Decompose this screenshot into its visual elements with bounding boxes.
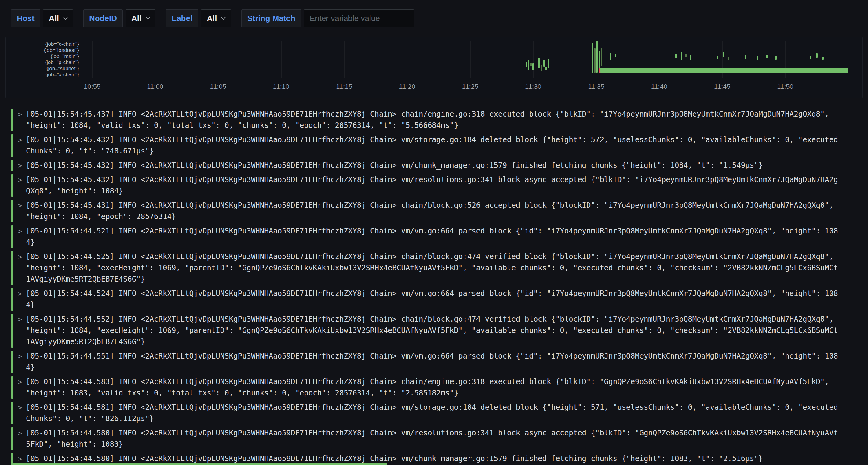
expand-chevron-icon[interactable]: > xyxy=(18,351,26,373)
log-text: [05-01|15:54:45.432] INFO <2AcRkXTLLtQjv… xyxy=(26,174,838,197)
time-tick-label: 11:20 xyxy=(399,83,415,91)
log-row[interactable]: >[05-01|15:54:44.583] INFO <2AcRkXTLLtQj… xyxy=(11,375,857,399)
volume-mark xyxy=(690,55,691,60)
expand-chevron-icon[interactable]: > xyxy=(18,428,26,450)
log-row[interactable]: >[05-01|15:54:45.432] INFO <2AcRkXTLLtQj… xyxy=(11,159,857,172)
log-level-bar xyxy=(11,134,13,157)
string-match-filter: String Match xyxy=(241,9,413,27)
log-text: [05-01|15:54:44.580] INFO <2AcRkXTLLtQjv… xyxy=(26,453,838,464)
legend-item[interactable]: {job="main"} xyxy=(8,54,79,60)
nodeid-filter-value: All xyxy=(131,14,142,23)
time-axis: 10:5511:0011:0511:1011:1511:2011:2511:30… xyxy=(85,83,854,92)
log-row[interactable]: >[05-01|15:54:44.580] INFO <2AcRkXTLLtQj… xyxy=(11,427,857,451)
volume-band xyxy=(600,68,848,73)
volume-mark xyxy=(530,63,532,66)
volume-mark xyxy=(526,62,527,67)
log-list: >[05-01|15:54:45.437] INFO <2AcRkXTLLtQj… xyxy=(11,108,857,465)
time-tick-label: 11:30 xyxy=(525,83,541,91)
volume-mark xyxy=(757,56,758,60)
volume-mark xyxy=(717,56,718,59)
label-filter-value: All xyxy=(207,14,217,23)
volume-mark xyxy=(822,57,824,60)
volume-mark xyxy=(546,67,547,70)
log-text: [05-01|15:54:44.581] INFO <2AcRkXTLLtQjv… xyxy=(26,402,838,424)
volume-mark xyxy=(610,53,612,60)
host-filter-value: All xyxy=(49,14,59,23)
nodeid-filter-select[interactable]: All xyxy=(126,9,155,27)
volume-mark xyxy=(548,59,550,68)
log-row[interactable]: >[05-01|15:54:44.525] INFO <2AcRkXTLLtQj… xyxy=(11,251,857,286)
chevron-down-icon xyxy=(63,14,68,20)
label-filter-label: Label xyxy=(166,9,198,27)
host-filter-select[interactable]: All xyxy=(43,9,73,27)
volume-plot[interactable] xyxy=(85,41,854,75)
volume-mark xyxy=(810,56,811,59)
time-tick-label: 11:00 xyxy=(147,83,163,91)
gridline xyxy=(281,41,282,78)
log-text: [05-01|15:54:45.432] INFO <2AcRkXTLLtQjv… xyxy=(26,134,838,157)
time-tick-label: 11:05 xyxy=(210,83,226,91)
log-text: [05-01|15:54:44.524] INFO <2AcRkXTLLtQjv… xyxy=(26,288,838,310)
time-tick-label: 11:25 xyxy=(462,83,478,91)
volume-mark xyxy=(543,60,545,67)
expand-chevron-icon[interactable]: > xyxy=(18,174,26,197)
log-row[interactable]: >[05-01|15:54:45.432] INFO <2AcRkXTLLtQj… xyxy=(11,174,857,197)
time-tick-label: 11:45 xyxy=(714,83,730,91)
volume-mark xyxy=(675,54,677,58)
expand-chevron-icon[interactable]: > xyxy=(18,453,26,464)
log-level-bar xyxy=(11,174,13,197)
volume-mark xyxy=(775,56,777,60)
gridline xyxy=(407,41,407,78)
volume-mark xyxy=(766,55,768,58)
volume-mark xyxy=(601,47,602,66)
log-level-bar xyxy=(11,314,13,347)
variable-filter-bar: Host All NodeID All Label All String Mat… xyxy=(0,0,868,37)
log-level-bar xyxy=(11,351,13,373)
volume-mark xyxy=(745,55,746,59)
legend-item[interactable]: {job="c-chain"} xyxy=(8,41,79,47)
expand-chevron-icon[interactable]: > xyxy=(18,200,26,223)
log-text: [05-01|15:54:44.552] INFO <2AcRkXTLLtQjv… xyxy=(26,314,838,347)
log-text: [05-01|15:54:44.521] INFO <2AcRkXTLLtQjv… xyxy=(26,226,838,248)
expand-chevron-icon[interactable]: > xyxy=(18,314,26,347)
expand-chevron-icon[interactable]: > xyxy=(18,109,26,131)
log-row[interactable]: >[05-01|15:54:44.521] INFO <2AcRkXTLLtQj… xyxy=(11,225,857,249)
volume-mark xyxy=(727,57,729,60)
log-text: [05-01|15:54:44.551] INFO <2AcRkXTLLtQjv… xyxy=(26,351,838,373)
log-level-bar xyxy=(11,251,13,285)
expand-chevron-icon[interactable]: > xyxy=(18,160,26,171)
legend-item[interactable]: {job="p-chain"} xyxy=(8,60,79,66)
expand-chevron-icon[interactable]: > xyxy=(18,402,26,424)
label-filter-select[interactable]: All xyxy=(201,9,231,27)
log-row[interactable]: >[05-01|15:54:45.432] INFO <2AcRkXTLLtQj… xyxy=(11,134,857,158)
partial-log-row xyxy=(11,463,387,465)
log-level-bar xyxy=(11,428,13,450)
expand-chevron-icon[interactable]: > xyxy=(18,376,26,399)
chevron-down-icon xyxy=(146,14,151,20)
log-row[interactable]: >[05-01|15:54:45.431] INFO <2AcRkXTLLtQj… xyxy=(11,199,857,223)
log-row[interactable]: >[05-01|15:54:44.552] INFO <2AcRkXTLLtQj… xyxy=(11,313,857,348)
legend: {job="c-chain"}{job="loadtest"}{job="mai… xyxy=(8,41,79,78)
log-level-bar xyxy=(11,109,13,131)
legend-item[interactable]: {job="subnet"} xyxy=(8,66,79,72)
legend-item[interactable]: {job="x-chain"} xyxy=(8,72,79,78)
log-row[interactable]: >[05-01|15:54:44.551] INFO <2AcRkXTLLtQj… xyxy=(11,350,857,374)
chevron-down-icon xyxy=(221,14,226,20)
expand-chevron-icon[interactable]: > xyxy=(18,251,26,285)
expand-chevron-icon[interactable]: > xyxy=(18,134,26,157)
legend-item[interactable]: {job="loadtest"} xyxy=(8,47,79,54)
log-row[interactable]: >[05-01|15:54:45.437] INFO <2AcRkXTLLtQj… xyxy=(11,108,857,132)
volume-mark xyxy=(596,41,598,73)
log-level-bar xyxy=(11,453,13,464)
log-row[interactable]: >[05-01|15:54:44.524] INFO <2AcRkXTLLtQj… xyxy=(11,288,857,311)
gridline xyxy=(155,41,155,78)
gridline xyxy=(92,41,93,78)
volume-mark xyxy=(723,53,724,57)
expand-chevron-icon[interactable]: > xyxy=(18,226,26,248)
volume-mark xyxy=(538,58,540,68)
log-row[interactable]: >[05-01|15:54:44.581] INFO <2AcRkXTLLtQj… xyxy=(11,401,857,425)
log-text: [05-01|15:54:44.583] INFO <2AcRkXTLLtQjv… xyxy=(26,376,838,399)
nodeid-filter-label: NodeID xyxy=(83,9,123,27)
expand-chevron-icon[interactable]: > xyxy=(18,288,26,310)
string-match-input[interactable] xyxy=(304,9,414,27)
